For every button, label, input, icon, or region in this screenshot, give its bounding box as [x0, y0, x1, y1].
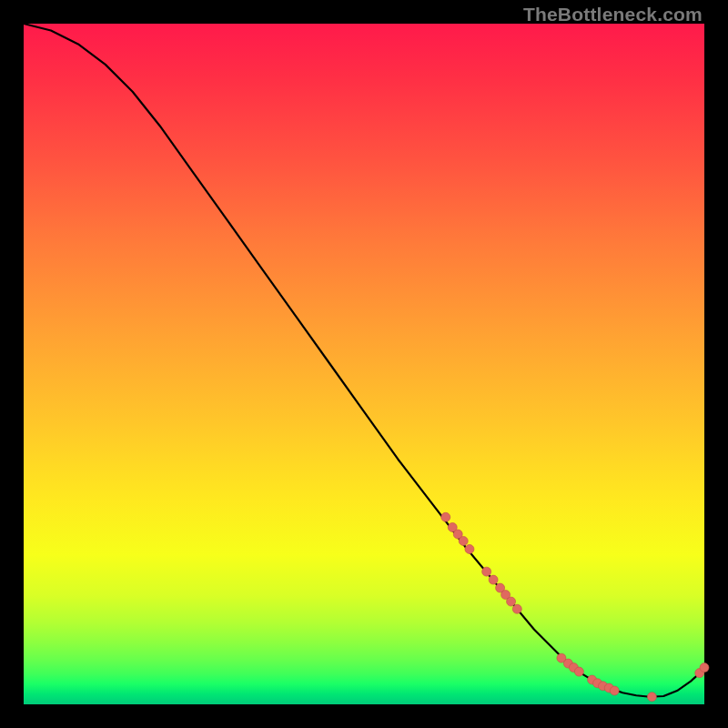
- data-marker: [459, 536, 468, 545]
- plot-area: [24, 24, 704, 704]
- data-marker: [482, 567, 491, 576]
- data-marker: [647, 693, 656, 702]
- watermark-text: TheBottleneck.com: [523, 4, 703, 25]
- data-marker: [610, 686, 619, 695]
- chart-stage: TheBottleneck.com: [0, 0, 728, 728]
- data-marker: [489, 575, 498, 584]
- data-marker: [441, 512, 450, 521]
- data-marker: [700, 663, 709, 672]
- data-marker: [512, 604, 521, 613]
- data-marker: [465, 544, 474, 553]
- curve-svg: [24, 24, 704, 704]
- markers-group: [441, 512, 709, 701]
- data-marker: [574, 667, 583, 676]
- data-marker: [507, 597, 516, 606]
- bottleneck-curve: [24, 24, 704, 697]
